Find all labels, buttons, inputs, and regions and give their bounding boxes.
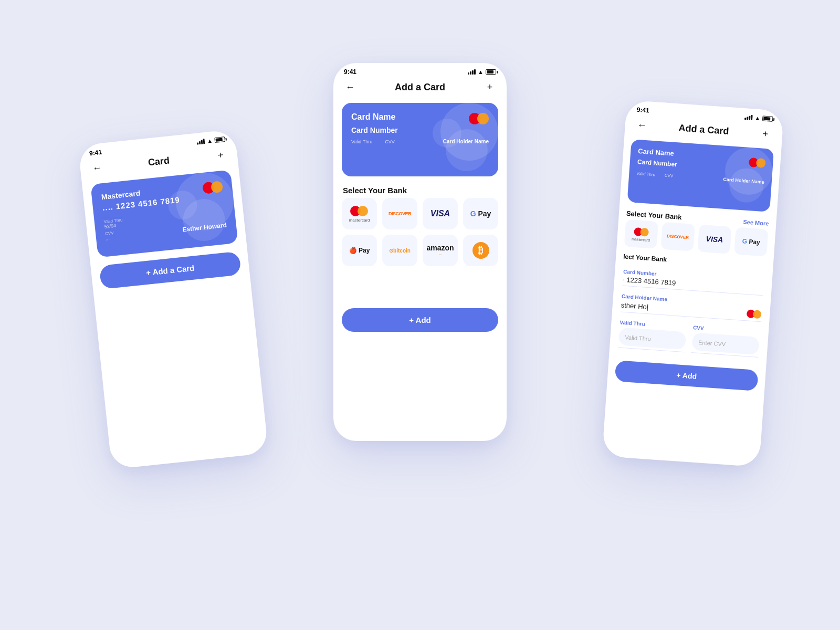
mastercard-logo-center bbox=[469, 112, 489, 125]
page-title-center: Add a Card bbox=[358, 82, 482, 93]
battery-icon-c bbox=[486, 69, 496, 75]
visa-label: VISA bbox=[430, 209, 450, 218]
btc-icon: ₿ bbox=[472, 242, 489, 259]
add-button-center-btn[interactable]: + Add bbox=[342, 308, 498, 332]
valid-label-r: Valid Thru bbox=[636, 171, 655, 177]
amazon-label: amazon bbox=[426, 244, 454, 252]
back-button-right[interactable]: ← bbox=[634, 118, 650, 133]
discover-label-r: DISCOVER bbox=[667, 234, 689, 240]
bank-mastercard[interactable]: mastercard bbox=[342, 198, 377, 229]
credit-card-center: Card Name Card Number Valid Thru CVV bbox=[342, 103, 498, 176]
bank-visa[interactable]: VISA bbox=[423, 198, 458, 229]
scene: 9:41 ▲ ← Card + Mastercard .... 122 bbox=[0, 0, 840, 630]
bank-gpay-right[interactable]: G Pay bbox=[734, 227, 768, 256]
signal-icon-r bbox=[744, 114, 753, 120]
bank-grid-center: mastercard DISCOVER VISA G Pay 🍎 Pay ⊙bi… bbox=[333, 198, 507, 266]
time-right: 9:41 bbox=[636, 106, 649, 114]
status-icons-center: ▲ bbox=[468, 69, 496, 75]
phone-center: 9:41 ▲ ← Add a Card + Card Name Car bbox=[333, 63, 507, 441]
mastercard-logo-form bbox=[747, 309, 762, 319]
gpay-label: G Pay bbox=[470, 209, 491, 218]
select-bank-title-right: Select Your Bank bbox=[626, 209, 682, 221]
signal-icon bbox=[197, 139, 205, 145]
bank-gpay[interactable]: G Pay bbox=[463, 198, 498, 229]
wifi-icon-r: ▲ bbox=[754, 114, 761, 121]
bank-mc-label-r: mastercard bbox=[632, 237, 650, 242]
add-button-right[interactable]: + bbox=[758, 126, 773, 142]
bank-amazon[interactable]: amazon ⌣ bbox=[423, 235, 458, 266]
cvv-label-c: CVV bbox=[385, 139, 395, 144]
credit-card-right: Card Name Card Number Valid Thru CVV Car… bbox=[627, 139, 774, 212]
holder-name-value: sther Ho| bbox=[621, 301, 648, 311]
phone-left: 9:41 ▲ ← Card + Mastercard .... 122 bbox=[78, 129, 268, 469]
cvv-input[interactable]: Enter CVV bbox=[691, 332, 760, 355]
bitcoin-label: ⊙bitcoin bbox=[389, 248, 411, 254]
visa-label-r: VISA bbox=[706, 235, 723, 244]
add-card-button-left[interactable]: + Add a Card bbox=[99, 251, 242, 289]
bank-discover-right[interactable]: DISCOVER bbox=[660, 222, 695, 251]
wifi-icon-c: ▲ bbox=[478, 69, 484, 75]
add-button-left[interactable]: + bbox=[212, 147, 228, 163]
page-title-right: Add a Card bbox=[649, 120, 759, 139]
wifi-icon: ▲ bbox=[206, 138, 213, 144]
gpay-label-r: G Pay bbox=[742, 237, 760, 246]
status-icons-left: ▲ bbox=[196, 136, 225, 145]
credit-card-left: Mastercard .... 1223 4516 7819 Valid Thr… bbox=[90, 170, 238, 257]
nav-center: ← Add a Card + bbox=[333, 78, 507, 99]
time-left: 9:41 bbox=[89, 149, 102, 157]
holder-name-field[interactable]: Card Holder Name sther Ho| bbox=[621, 290, 762, 322]
mastercard-logo-left bbox=[202, 180, 223, 195]
bank-applepay[interactable]: 🍎 Pay bbox=[342, 235, 377, 266]
valid-thru-field[interactable]: Valid Thru Valid Thru bbox=[618, 316, 687, 352]
add-button-center[interactable]: + bbox=[482, 80, 497, 94]
form-section-right: Card Number · 1223 4516 7819 Card Holder… bbox=[609, 261, 773, 366]
card-name-right: Card Name bbox=[638, 147, 678, 158]
expiry-cvv-row: Valid Thru Valid Thru CVV Enter CVV bbox=[618, 316, 761, 362]
select-bank-title: Select Your Bank bbox=[333, 181, 507, 198]
discover-label: DISCOVER bbox=[388, 211, 411, 216]
valid-thru-input[interactable]: Valid Thru bbox=[618, 327, 686, 350]
mastercard-logo-right bbox=[749, 157, 766, 169]
card-name-center: Card Name bbox=[351, 112, 398, 122]
back-button-left[interactable]: ← bbox=[89, 160, 106, 176]
status-icons-right: ▲ bbox=[744, 114, 773, 122]
bank-bitcoin-text[interactable]: ⊙bitcoin bbox=[382, 235, 417, 266]
battery-icon-r bbox=[762, 116, 773, 121]
bank-mc-right[interactable]: mastercard bbox=[624, 219, 658, 249]
amazon-smile-icon: ⌣ bbox=[439, 252, 442, 257]
phone-right: 9:41 ▲ ← Add a Card + Card Name Card Num… bbox=[602, 100, 784, 467]
applepay-label: 🍎 Pay bbox=[349, 247, 370, 254]
bank-mc-label: mastercard bbox=[349, 218, 370, 223]
card-number-right: Card Number bbox=[637, 158, 677, 168]
see-more-link[interactable]: See More bbox=[743, 218, 769, 226]
card-number-center: Card Number bbox=[351, 126, 398, 134]
signal-icon-c bbox=[468, 69, 476, 75]
status-bar-center: 9:41 ▲ bbox=[333, 63, 507, 78]
battery-icon bbox=[214, 136, 225, 143]
bank-btc[interactable]: ₿ bbox=[463, 235, 498, 266]
bank-visa-right[interactable]: VISA bbox=[697, 225, 731, 254]
back-button-center[interactable]: ← bbox=[343, 80, 358, 94]
cvv-field[interactable]: CVV Enter CVV bbox=[691, 321, 761, 358]
time-center: 9:41 bbox=[344, 68, 356, 76]
valid-label-c: Valid Thru bbox=[351, 139, 372, 144]
add-button-right-btn[interactable]: + Add bbox=[615, 360, 759, 391]
cvv-label-r: CVV bbox=[665, 173, 674, 178]
bank-discover[interactable]: DISCOVER bbox=[382, 198, 417, 229]
